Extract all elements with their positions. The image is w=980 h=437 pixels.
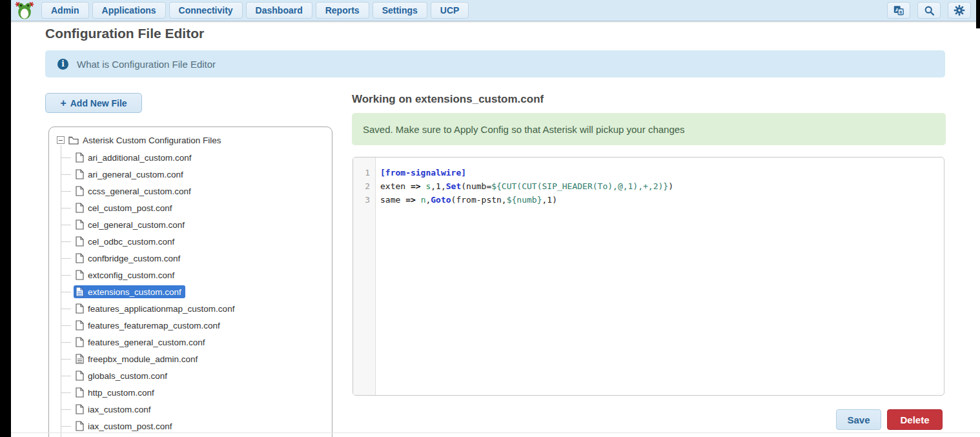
tree-node[interactable]: globals_custom.conf bbox=[74, 369, 171, 382]
tree-file-extconfig_custom.conf[interactable]: extconfig_custom.conf bbox=[61, 267, 332, 283]
code-token-variable: ${CUT(CUT(SIP_HEADER(To),@,1),+,2)} bbox=[491, 181, 668, 191]
nav-item-reports[interactable]: Reports bbox=[316, 2, 369, 19]
nav-item-applications[interactable]: Applications bbox=[92, 2, 166, 19]
nav-item-dashboard[interactable]: Dashboard bbox=[246, 2, 312, 19]
code-token-variable: ${numb} bbox=[507, 195, 542, 205]
gear-icon bbox=[954, 5, 965, 16]
nav-item-connectivity[interactable]: Connectivity bbox=[169, 2, 243, 19]
file-icon bbox=[76, 270, 84, 280]
file-name: cel_odbc_custom.conf bbox=[88, 237, 174, 247]
tree-file-globals_custom.conf[interactable]: globals_custom.conf bbox=[61, 367, 332, 384]
file-name: ari_general_custom.conf bbox=[88, 170, 183, 179]
tree-root-node[interactable]: Asterisk Custom Configuration Files bbox=[57, 133, 332, 147]
tree-file-cel_custom_post.conf[interactable]: cel_custom_post.conf bbox=[61, 199, 332, 216]
file-name: freepbx_module_admin.conf bbox=[88, 354, 198, 364]
plus-icon: + bbox=[60, 97, 66, 109]
main-menu: AdminApplicationsConnectivityDashboardRe… bbox=[41, 2, 469, 19]
code-token-plain: (numb= bbox=[461, 181, 491, 191]
navbar-tools: A a bbox=[887, 2, 971, 19]
search-button[interactable] bbox=[917, 2, 941, 19]
code-line: exten => s,1,Set(numb=${CUT(CUT(SIP_HEAD… bbox=[380, 179, 944, 193]
file-name: cel_general_custom.conf bbox=[88, 220, 185, 230]
tree-file-ari_general_custom.conf[interactable]: ari_general_custom.conf bbox=[61, 166, 332, 183]
tree-file-cel_general_custom.conf[interactable]: cel_general_custom.conf bbox=[61, 216, 332, 233]
right-black-bar bbox=[976, 0, 980, 28]
tree-node[interactable]: freepbx_module_admin.conf bbox=[74, 352, 201, 365]
tree-node[interactable]: http_custom.conf bbox=[74, 386, 158, 399]
tree-node[interactable]: ari_additional_custom.conf bbox=[74, 151, 196, 164]
file-tree-panel: Asterisk Custom Configuration Files ari_… bbox=[48, 127, 332, 437]
tree-node[interactable]: extconfig_custom.conf bbox=[74, 269, 178, 281]
code-token-op: => bbox=[405, 195, 416, 205]
tree-file-cel_odbc_custom.conf[interactable]: cel_odbc_custom.conf bbox=[61, 233, 332, 250]
file-icon bbox=[76, 236, 84, 247]
save-button[interactable]: Save bbox=[836, 409, 881, 430]
tree-node[interactable]: confbridge_custom.conf bbox=[74, 252, 184, 265]
page-title: Configuration File Editor bbox=[45, 26, 204, 41]
file-name: ari_additional_custom.conf bbox=[88, 153, 192, 163]
nav-item-settings[interactable]: Settings bbox=[373, 2, 427, 19]
code-token-section: [from-signalwire] bbox=[380, 168, 466, 178]
tree-node[interactable]: cel_general_custom.conf bbox=[74, 218, 189, 231]
file-name: features_general_custom.conf bbox=[88, 338, 205, 347]
tree-file-features_featuremap_custom.conf[interactable]: features_featuremap_custom.conf bbox=[61, 317, 332, 334]
code-editor: 123 [from-signalwire]exten => s,1,Set(nu… bbox=[352, 157, 944, 396]
freepbx-frog-logo[interactable] bbox=[15, 1, 34, 20]
tree-file-ccss_general_custom.conf[interactable]: ccss_general_custom.conf bbox=[61, 183, 332, 199]
code-token-plain: exten bbox=[380, 181, 411, 191]
saved-alert: Saved. Make sure to Apply Config so that… bbox=[352, 113, 946, 145]
tree-file-extensions_custom.conf[interactable]: extensions_custom.conf bbox=[61, 283, 332, 300]
tree-node[interactable]: features_general_custom.conf bbox=[74, 336, 209, 349]
file-icon bbox=[76, 186, 84, 196]
nav-item-ucp[interactable]: UCP bbox=[431, 2, 469, 19]
folder-icon bbox=[68, 136, 79, 145]
collapse-icon[interactable] bbox=[57, 136, 65, 144]
saved-alert-text: Saved. Make sure to Apply Config so that… bbox=[363, 124, 685, 135]
tree-file-features_general_custom.conf[interactable]: features_general_custom.conf bbox=[61, 334, 332, 351]
file-name: features_applicationmap_custom.conf bbox=[88, 304, 234, 314]
file-name: features_featuremap_custom.conf bbox=[88, 321, 220, 330]
file-icon bbox=[76, 219, 84, 230]
file-icon bbox=[76, 337, 84, 347]
tree-node[interactable]: ari_general_custom.conf bbox=[74, 168, 187, 181]
file-name: globals_custom.conf bbox=[88, 371, 167, 381]
language-button[interactable]: A a bbox=[887, 2, 910, 19]
info-banner-text: What is Configuration File Editor bbox=[77, 59, 216, 70]
tree-node[interactable]: features_featuremap_custom.conf bbox=[74, 319, 224, 332]
file-name: http_custom.conf bbox=[88, 388, 154, 398]
settings-button[interactable] bbox=[948, 2, 971, 19]
tree-file-freepbx_module_admin.conf[interactable]: freepbx_module_admin.conf bbox=[61, 351, 332, 367]
code-token-plain: same bbox=[380, 195, 405, 205]
info-banner[interactable]: i What is Configuration File Editor bbox=[45, 50, 945, 77]
add-new-file-label: Add New File bbox=[70, 98, 127, 108]
nav-item-admin[interactable]: Admin bbox=[41, 2, 89, 19]
tree-file-iax_custom.conf[interactable]: iax_custom.conf bbox=[61, 401, 332, 418]
file-icon bbox=[76, 303, 84, 314]
file-lines-icon bbox=[76, 287, 84, 297]
file-icon bbox=[76, 169, 84, 179]
tree-node[interactable]: cel_odbc_custom.conf bbox=[74, 235, 178, 248]
tree-root-label: Asterisk Custom Configuration Files bbox=[83, 136, 221, 145]
tree-file-ari_additional_custom.conf[interactable]: ari_additional_custom.conf bbox=[61, 149, 332, 166]
tree-node[interactable]: iax_custom_post.conf bbox=[74, 420, 176, 432]
code-token-keyword: Goto bbox=[431, 195, 451, 205]
tree-file-features_applicationmap_custom.conf[interactable]: features_applicationmap_custom.conf bbox=[61, 300, 332, 317]
left-black-bar bbox=[0, 0, 11, 437]
tree-node[interactable]: iax_custom.conf bbox=[74, 403, 155, 416]
tree-file-confbridge_custom.conf[interactable]: confbridge_custom.conf bbox=[61, 250, 332, 267]
add-new-file-button[interactable]: + Add New File bbox=[45, 93, 142, 113]
tree-file-http_custom.conf[interactable]: http_custom.conf bbox=[61, 384, 332, 401]
file-name: confbridge_custom.conf bbox=[88, 254, 180, 263]
tree-node[interactable]: ccss_general_custom.conf bbox=[74, 185, 195, 198]
tree-node[interactable]: extensions_custom.conf bbox=[74, 285, 185, 298]
tree-file-partial[interactable] bbox=[61, 434, 332, 437]
file-name: iax_custom.conf bbox=[88, 405, 151, 414]
tree-node[interactable]: cel_custom_post.conf bbox=[74, 201, 176, 214]
tree-children: ari_additional_custom.conf ari_general_c… bbox=[61, 147, 332, 437]
tree-node[interactable]: features_applicationmap_custom.conf bbox=[74, 302, 238, 315]
code-token-plain: ,1) bbox=[542, 195, 556, 205]
delete-button[interactable]: Delete bbox=[887, 409, 943, 430]
file-icon bbox=[76, 253, 84, 263]
line-number: 3 bbox=[353, 193, 370, 207]
code-area[interactable]: [from-signalwire]exten => s,1,Set(numb=$… bbox=[376, 158, 944, 395]
